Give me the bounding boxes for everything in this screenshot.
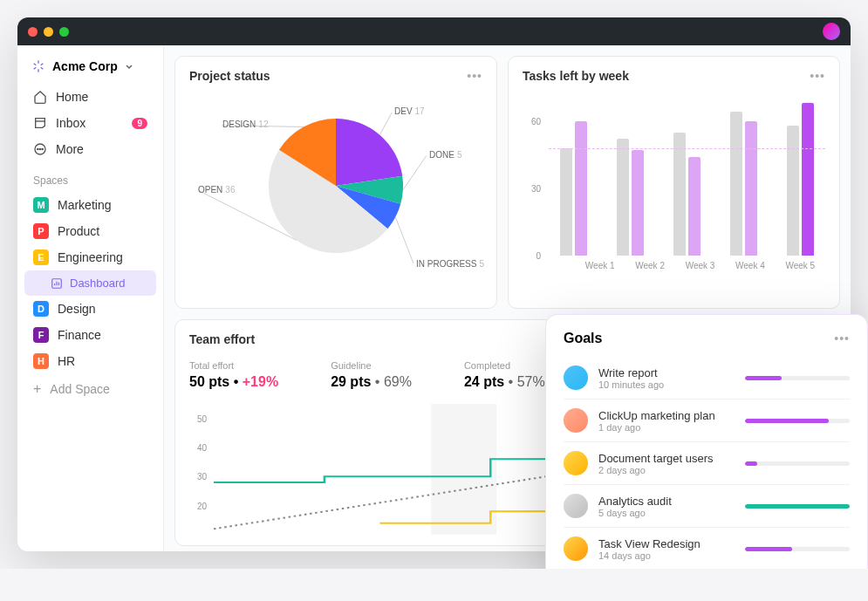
bar <box>673 133 686 256</box>
goal-avatar <box>564 408 588 433</box>
svg-line-5 <box>379 113 392 135</box>
bar-group <box>719 99 769 256</box>
goal-progress <box>745 376 850 380</box>
stat-value: 50 pts <box>189 374 229 389</box>
svg-point-3 <box>42 148 43 149</box>
goal-row[interactable]: ClickUp marketing plan1 day ago <box>564 400 850 442</box>
card-title: Team effort <box>189 332 255 346</box>
space-item-marketing[interactable]: MMarketing <box>24 192 156 218</box>
bar-category-label: Week 1 <box>575 256 625 270</box>
space-label: Marketing <box>58 198 111 212</box>
bar-category-label: Week 2 <box>625 256 674 270</box>
bar-category-label: Week 3 <box>675 256 725 270</box>
nav-label: Home <box>56 90 88 104</box>
goal-row[interactable]: Document target users2 days ago <box>564 442 850 485</box>
bar <box>787 126 799 256</box>
spaces-header: Spaces <box>24 162 156 192</box>
space-item-finance[interactable]: FFinance <box>24 322 156 348</box>
maximize-icon[interactable] <box>59 27 69 37</box>
pie-chart: DEV17DONE5IN PROGRESS5OPEN36DESIGN12 <box>189 90 482 282</box>
plus-icon: + <box>33 381 41 397</box>
svg-line-6 <box>403 155 427 189</box>
card-menu-icon[interactable]: ••• <box>467 69 482 83</box>
logo-icon <box>31 59 45 73</box>
card-title: Tasks left by week <box>523 69 629 83</box>
goal-progress <box>745 419 850 423</box>
goal-time: 2 days ago <box>598 465 735 475</box>
app-window: Acme Corp Home Inbox 9 More Spaces MMark… <box>17 17 851 551</box>
user-avatar[interactable] <box>823 23 840 40</box>
bar-group <box>549 99 598 256</box>
bar <box>575 121 587 256</box>
space-label: HR <box>58 354 75 368</box>
goal-progress <box>745 504 850 509</box>
space-icon: D <box>33 301 49 317</box>
bar-category-label: Week 4 <box>725 256 775 270</box>
project-status-card: Project status ••• DEV17DONE5IN PROGRESS… <box>174 56 497 309</box>
workspace-switcher[interactable]: Acme Corp <box>24 56 156 84</box>
chevron-down-icon <box>125 62 133 71</box>
bar <box>560 148 572 256</box>
svg-rect-10 <box>431 404 496 535</box>
space-icon: M <box>33 197 49 213</box>
window-controls <box>28 27 69 37</box>
space-label: Engineering <box>58 250 123 264</box>
goal-row[interactable]: Analytics audit5 days ago <box>564 485 850 528</box>
goals-menu-icon[interactable]: ••• <box>834 331 850 345</box>
space-label: Product <box>58 224 99 238</box>
pie-label: OPEN36 <box>198 185 235 195</box>
goal-avatar <box>564 494 588 518</box>
goals-title: Goals <box>564 331 602 346</box>
bar-chart: 03060Week 1Week 2Week 3Week 4Week 5 <box>523 90 825 273</box>
tasks-left-card: Tasks left by week ••• 03060Week 1Week 2… <box>508 56 840 309</box>
nav-home[interactable]: Home <box>24 84 156 110</box>
bar-group <box>605 99 655 256</box>
space-label: Finance <box>58 328 101 342</box>
bar <box>632 150 644 256</box>
workspace-name: Acme Corp <box>52 59 118 73</box>
space-item-product[interactable]: PProduct <box>24 218 156 244</box>
sidebar-item-dashboard[interactable]: Dashboard <box>24 270 156 296</box>
space-item-engineering[interactable]: EEngineering <box>24 244 156 270</box>
bar-category-label: Week 5 <box>776 256 825 270</box>
bar-group <box>776 99 825 256</box>
bar <box>688 157 701 256</box>
goal-progress <box>745 461 850 466</box>
stat-guideline: Guideline 29 pts • 69% <box>331 360 412 390</box>
goal-time: 1 day ago <box>598 422 735 433</box>
stat-pct: 57% <box>517 374 545 389</box>
goal-name: Task View Redesign <box>598 537 735 550</box>
goal-avatar <box>564 451 588 475</box>
space-item-design[interactable]: DDesign <box>24 296 156 322</box>
minimize-icon[interactable] <box>44 27 53 37</box>
stat-label: Guideline <box>331 360 412 371</box>
goal-row[interactable]: Task View Redesign14 days ago <box>564 528 850 569</box>
goal-name: Write report <box>598 366 735 379</box>
stat-label: Completed <box>464 360 545 371</box>
space-label: Design <box>58 302 96 316</box>
bar <box>802 103 814 256</box>
sidebar: Acme Corp Home Inbox 9 More Spaces MMark… <box>17 45 164 551</box>
pie-label: DESIGN12 <box>222 120 268 129</box>
goal-name: Document target users <box>598 452 735 465</box>
goal-time: 10 minutes ago <box>598 379 735 390</box>
goal-row[interactable]: Write report10 minutes ago <box>564 357 850 400</box>
space-item-hr[interactable]: HHR <box>24 348 156 374</box>
bar <box>745 121 757 256</box>
nav-more[interactable]: More <box>24 136 156 162</box>
close-icon[interactable] <box>28 27 38 37</box>
add-space-label: Add Space <box>50 382 110 396</box>
card-menu-icon[interactable]: ••• <box>810 69 825 83</box>
nav-label: Inbox <box>56 116 85 130</box>
stat-completed: Completed 24 pts • 57% <box>464 360 545 390</box>
dashboard-icon <box>51 277 63 290</box>
space-icon: E <box>33 249 49 265</box>
bar <box>617 139 629 256</box>
goal-time: 5 days ago <box>598 508 735 518</box>
more-icon <box>33 142 47 156</box>
svg-point-2 <box>39 148 40 149</box>
add-space-button[interactable]: + Add Space <box>24 374 156 404</box>
nav-inbox[interactable]: Inbox 9 <box>24 110 156 136</box>
nav-label: More <box>56 142 84 156</box>
stat-pct: 69% <box>384 374 412 389</box>
